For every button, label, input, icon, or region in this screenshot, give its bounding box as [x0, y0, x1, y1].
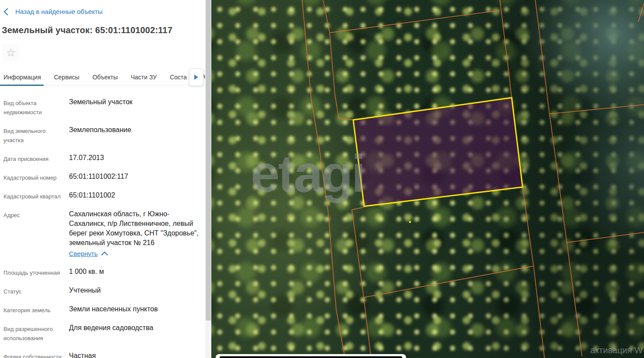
parcel-boundary-line [330, 10, 499, 33]
field-label: Форма собственности [3, 351, 65, 358]
field-label: Адрес [3, 209, 65, 220]
cadastral-viewer-window: Назад в найденные объекты Земельный учас… [0, 0, 644, 358]
field-value-wrap: 65:01:1101002:117 [65, 172, 128, 181]
field-value-wrap: 17.07.2013 [65, 153, 104, 163]
field-row: СтатусУчтенный [3, 286, 202, 296]
field-value-wrap: 1 000 кв. м [65, 267, 104, 276]
tab-label: Соста [170, 74, 187, 81]
field-value: Земельный участок [69, 97, 133, 107]
parcel-boundary-line [535, 0, 582, 356]
tab-label: Сервисы [54, 74, 79, 81]
panel-scrollbar[interactable] [205, 0, 211, 358]
field-label: Вид объекта недвижимости [3, 97, 65, 117]
field-row: Вид объекта недвижимостиЗемельный участо… [3, 97, 202, 117]
field-label: Кадастровый номер [3, 172, 65, 182]
field-label: Дата присвоения [3, 153, 65, 164]
arrow-right-icon [194, 75, 198, 80]
tab-label: Объекты [93, 74, 118, 81]
collapse-address-link[interactable]: Свернуть [69, 249, 202, 259]
parcel-boundary-line [364, 266, 534, 297]
field-value-wrap: Учтенный [65, 286, 101, 295]
field-row: АдресСахалинская область, г Южно-Сахалин… [3, 209, 202, 259]
field-row: Вид разрешенного использованияДля ведени… [3, 323, 202, 343]
favorite-button[interactable]: ☆ [3, 44, 19, 61]
field-value: 65:01:1101002:117 [69, 172, 128, 181]
parcel-point-marker [409, 221, 411, 223]
field-row: Категория земельЗемли населенных пунктов [3, 304, 202, 315]
field-value: Землепользование [69, 125, 131, 135]
tab-4[interactable]: Соста [170, 69, 187, 85]
back-link[interactable]: Назад в найденные объекты [3, 8, 103, 15]
tab-1[interactable]: Сервисы [54, 69, 79, 85]
field-value-wrap: Земельный участок [65, 97, 133, 107]
field-value-wrap: Частная [65, 351, 96, 358]
field-row: Дата присвоения17.07.2013 [3, 153, 202, 164]
field-value: Для ведения садоводства [69, 323, 153, 333]
field-value-wrap: Земли населенных пунктов [65, 304, 158, 314]
field-value-wrap: 65:01:1101002 [65, 191, 115, 200]
field-value: Земли населенных пунктов [69, 304, 158, 314]
page-title: Земельный участок: 65:01:1101002:117 [2, 25, 172, 35]
parcel-info-panel: Назад в найденные объекты Земельный учас… [0, 0, 205, 358]
scrollbar-thumb[interactable] [206, 0, 211, 320]
tabs-scroll-right-button[interactable] [189, 68, 203, 86]
parcel-boundary-line [352, 207, 371, 358]
tab-label: Части ЗУ [131, 74, 156, 81]
collapse-link-label: Свернуть [69, 249, 98, 259]
tab-2[interactable]: Объекты [93, 69, 118, 85]
tab-0[interactable]: Информация [3, 69, 41, 85]
chevron-up-icon [101, 251, 108, 258]
field-row: Площадь уточненная1 000 кв. м [3, 267, 202, 277]
field-value: 17.07.2013 [69, 153, 104, 163]
field-row: Вид земельного участкаЗемлепользование [3, 125, 202, 145]
parcel-boundary-line [323, 0, 353, 120]
star-icon: ☆ [6, 47, 16, 58]
field-value: Учтенный [69, 286, 101, 295]
parcel-fields: Вид объекта недвижимостиЗемельный участо… [3, 97, 202, 358]
field-label: Вид разрешенного использования [3, 323, 65, 343]
field-value: 1 000 кв. м [69, 267, 104, 276]
watermark: etagi [251, 147, 364, 200]
tab-3[interactable]: Части ЗУ [131, 69, 156, 85]
field-label: Вид земельного участка [3, 125, 65, 145]
field-label: Категория земель [3, 304, 65, 315]
chevron-left-icon [4, 8, 11, 15]
field-value-wrap: Для ведения садоводства [65, 323, 153, 333]
field-value-wrap: Землепользование [65, 125, 131, 135]
parcel-boundary-line [550, 105, 644, 114]
bottom-toolbar-handle [220, 356, 402, 358]
selected-parcel[interactable] [353, 98, 523, 206]
field-row: Кадастровый номер65:01:1101002:117 [3, 172, 202, 182]
tab-label: Информация [3, 74, 41, 81]
activation-watermark: активация W [590, 345, 643, 355]
field-row: Форма собственностиЧастная [3, 351, 202, 358]
tabs: ИнформацияСервисыОбъектыЧасти ЗУСоста [0, 69, 205, 85]
field-row: Кадастровый квартал65:01:1101002 [3, 191, 202, 201]
field-value-wrap: Сахалинская область, г Южно-Сахалинск, п… [65, 209, 202, 259]
field-value: Частная [69, 351, 96, 358]
field-label: Кадастровый квартал [3, 191, 65, 201]
field-label: Статус [3, 286, 65, 296]
field-label: Площадь уточненная [3, 267, 65, 277]
satellite-map[interactable]: etagi активация W [211, 0, 644, 358]
parcel-boundary-line [567, 232, 644, 242]
back-link-label: Назад в найденные объекты [15, 8, 103, 15]
field-value: Сахалинская область, г Южно-Сахалинск, п… [69, 209, 202, 248]
parcel-boundary-line [638, 3, 644, 22]
field-value: 65:01:1101002 [69, 191, 115, 200]
bottom-toolbar[interactable] [216, 354, 406, 358]
